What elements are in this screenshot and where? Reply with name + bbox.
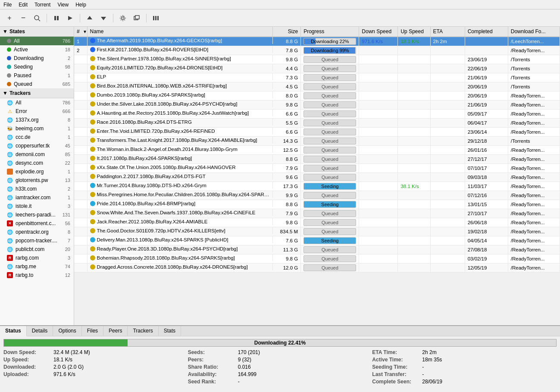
tab-trackers[interactable]: Trackers bbox=[128, 326, 158, 336]
sidebar-tracker-glotorrents[interactable]: glotorrents.pw 13 bbox=[0, 176, 74, 185]
tab-stats[interactable]: Stats bbox=[159, 326, 181, 336]
table-row[interactable]: Jack.Reacher.2012.1080p.BluRay.X264-AMIA… bbox=[74, 218, 560, 227]
cell-eta bbox=[430, 236, 465, 245]
sidebar-tracker-iamtracker[interactable]: iamtracker.com 1 bbox=[0, 193, 74, 202]
tracker-publicbt-icon bbox=[7, 246, 13, 252]
table-row[interactable]: Transformers.The.Last.Knight.2017.1080p.… bbox=[74, 137, 560, 146]
pause-all-button[interactable] bbox=[150, 12, 162, 24]
sidebar-tracker-publicbt[interactable]: publicbt.com 20 bbox=[0, 245, 74, 254]
table-row[interactable]: A.Haunting.at.the.Rectory.2015.1080p.Blu… bbox=[74, 110, 560, 119]
sidebar-tracker-rarbg-to[interactable]: R rarbg.to 12 bbox=[0, 271, 74, 279]
table-row[interactable]: The.Silent.Partner.1978.1080p.BluRay.x26… bbox=[74, 55, 560, 64]
sidebar-tracker-h33t[interactable]: h33t.com 2 bbox=[0, 185, 74, 193]
tab-peers[interactable]: Peers bbox=[103, 326, 128, 336]
progress-queued: Queued bbox=[303, 156, 356, 163]
col-header-dlpath[interactable]: Download Fo... bbox=[508, 27, 560, 37]
table-row[interactable]: Race.2016.1080p.BluRay.x264.DTS-ETRG5.5 … bbox=[74, 119, 560, 128]
col-header-upspeed[interactable]: Up Speed bbox=[398, 27, 430, 37]
table-row[interactable]: Bird.Box.2018.iNTERNAL.1080p.WEB.x264-ST… bbox=[74, 82, 560, 91]
table-row[interactable]: Mr.Turner.2014.Bluray.1080p.DTS-HD.x264-… bbox=[74, 182, 560, 191]
window-button[interactable] bbox=[131, 12, 143, 24]
menu-file[interactable]: File bbox=[0, 1, 15, 9]
move-up-button[interactable] bbox=[84, 12, 96, 24]
tracker-rarbg-com-label: rarbg.com bbox=[16, 255, 39, 261]
torrent-name: Enter.The.Void.LIMITED.720p.BluRay.x264-… bbox=[97, 129, 215, 134]
sidebar-tracker-demonii[interactable]: demonii.com 85 bbox=[0, 150, 74, 159]
sidebar-item-downloading[interactable]: Downloading 2 bbox=[0, 54, 74, 63]
table-row[interactable]: ELP7.3 GQueued21/06/19/Torrents bbox=[74, 73, 560, 82]
torrent-table-container[interactable]: # ▼ Name Size Progress Down Speed Up Spe… bbox=[74, 27, 560, 325]
menu-edit[interactable]: Edit bbox=[15, 1, 31, 9]
table-row[interactable]: 2First.Kill.2017.1080p.BluRay.x264-ROVER… bbox=[74, 46, 560, 55]
table-row[interactable]: It.2017.1080p.BluRay.x264-SPARKS[rarbg]8… bbox=[74, 155, 560, 164]
remove-button[interactable]: − bbox=[17, 12, 29, 24]
col-header-eta[interactable]: ETA bbox=[430, 27, 465, 37]
sidebar-tracker-beeimg[interactable]: 🐝 beeimg.com 1 bbox=[0, 124, 74, 133]
cell-eta bbox=[430, 46, 465, 55]
sidebar-tracker-coppersurfer[interactable]: coppersurfer.tk 45 bbox=[0, 141, 74, 150]
table-row[interactable]: Under.the.Silver.Lake.2018.1080p.BluRay.… bbox=[74, 100, 560, 110]
sidebar-tracker-error[interactable]: Error 666 bbox=[0, 107, 74, 116]
table-row[interactable]: xXx.State.Of.The.Union.2005.1080p.BluRay… bbox=[74, 164, 560, 173]
sidebar-tracker-popcorn[interactable]: popcorn-tracker.... 7 bbox=[0, 236, 74, 245]
col-header-size[interactable]: Size bbox=[273, 27, 301, 37]
pause-button[interactable] bbox=[50, 12, 63, 24]
col-header-progress[interactable]: Progress bbox=[301, 27, 359, 37]
col-header-num[interactable]: # ▼ bbox=[74, 27, 87, 37]
table-row[interactable]: Snow.White.And.The.Seven.Dwarfs.1937.108… bbox=[74, 209, 560, 218]
sidebar-tracker-istole[interactable]: istole.it 3 bbox=[0, 202, 74, 210]
table-row[interactable]: Pride.2014.1080p.BluRay.x264-BRMP[rarbg]… bbox=[74, 200, 560, 209]
col-header-name[interactable]: Name bbox=[87, 27, 273, 37]
menu-help[interactable]: Help bbox=[72, 1, 90, 9]
table-row[interactable]: Ready.Player.One.2018.3D.1080p.BluRay.x2… bbox=[74, 245, 560, 254]
cell-name: Dumbo.2019.1080p.BluRay.x264-SPARKS[rarb… bbox=[88, 91, 273, 98]
table-row[interactable]: Enter.The.Void.LIMITED.720p.BluRay.x264-… bbox=[74, 128, 560, 137]
states-section-header[interactable]: ▼ States bbox=[0, 27, 74, 37]
start-button[interactable] bbox=[64, 12, 76, 24]
sidebar-tracker-ccc[interactable]: ccc.de 1 bbox=[0, 133, 74, 141]
cell-name: ELP bbox=[88, 73, 273, 80]
sidebar-tracker-desync[interactable]: desync.com 22 bbox=[0, 159, 74, 167]
col-header-completed[interactable]: Completed bbox=[465, 27, 508, 37]
sidebar-item-active[interactable]: Active 18 bbox=[0, 45, 74, 54]
sidebar-item-all[interactable]: All 786 bbox=[0, 37, 74, 45]
add-button[interactable]: + bbox=[3, 12, 16, 24]
cell-size: 11.3 G bbox=[273, 245, 301, 254]
col-header-downspeed[interactable]: Down Speed bbox=[359, 27, 398, 37]
settings-button[interactable] bbox=[117, 12, 129, 24]
tab-files[interactable]: Files bbox=[82, 326, 103, 336]
menu-view[interactable]: View bbox=[54, 1, 72, 9]
menu-torrent[interactable]: Torrent bbox=[31, 1, 54, 9]
tab-status[interactable]: Status bbox=[0, 326, 27, 336]
sidebar-tracker-leechers[interactable]: leechers-paradi... 131 bbox=[0, 210, 74, 219]
cell-name: Snow.White.And.The.Seven.Dwarfs.1937.108… bbox=[88, 209, 273, 216]
sidebar-tracker-opentrackr[interactable]: opentrackr.org 8 bbox=[0, 228, 74, 236]
tab-options[interactable]: Options bbox=[53, 326, 81, 336]
table-row[interactable]: Paddington.2.2017.1080p.BluRay.x264.DTS-… bbox=[74, 173, 560, 182]
sidebar-item-paused[interactable]: Paused 1 bbox=[0, 71, 74, 80]
table-row[interactable]: Dumbo.2019.1080p.BluRay.x264-SPARKS[rarb… bbox=[74, 91, 560, 100]
sidebar-tracker-openbittorrent[interactable]: ✕ openbittorrent.c... 56 bbox=[0, 219, 74, 228]
tab-details[interactable]: Details bbox=[27, 326, 53, 336]
sidebar-tracker-explodie[interactable]: explodie.org 1 bbox=[0, 167, 74, 176]
torrent-status-icon bbox=[90, 219, 95, 224]
sidebar-item-seeding[interactable]: Seeding 98 bbox=[0, 63, 74, 71]
uploaded-label: Uploaded: bbox=[3, 371, 51, 377]
table-row[interactable]: The.Woman.in.Black.2-Angel.of.Death.2014… bbox=[74, 146, 560, 155]
table-row[interactable]: Miss.Peregrines.Home.for.Peculiar.Childr… bbox=[74, 191, 560, 200]
table-row[interactable]: Equity.2016.LIMITED.720p.BluRay.x264-DRO… bbox=[74, 64, 560, 73]
sidebar-item-queued[interactable]: Queued 685 bbox=[0, 80, 74, 88]
table-row[interactable]: The.Good.Doctor.S01E09.720p.HDTV.x264-KI… bbox=[74, 227, 560, 236]
sidebar-tracker-1337x[interactable]: 1337x.org 8 bbox=[0, 116, 74, 124]
sidebar-tracker-rarbg-me[interactable]: rarbg.me 74 bbox=[0, 262, 74, 271]
table-row[interactable]: Dragged.Across.Concrete.2018.1080p.BluRa… bbox=[74, 263, 560, 273]
sidebar-tracker-all[interactable]: All 786 bbox=[0, 98, 74, 107]
table-row[interactable]: Bohemian.Rhapsody.2018.1080p.BluRay.x264… bbox=[74, 254, 560, 263]
table-row[interactable]: 1The.Aftermath.2019.1080p.BluRay.x264-GE… bbox=[74, 37, 560, 46]
queued-icon bbox=[7, 82, 11, 86]
sidebar-tracker-rarbg-com[interactable]: R rarbg.com 3 bbox=[0, 254, 74, 262]
table-row[interactable]: Delivery.Man.2013.1080p.BluRay.x264-SPAR… bbox=[74, 236, 560, 245]
trackers-section-header[interactable]: ▼ Trackers bbox=[0, 88, 74, 98]
search-button[interactable] bbox=[31, 12, 43, 24]
move-down-button[interactable] bbox=[97, 12, 109, 24]
